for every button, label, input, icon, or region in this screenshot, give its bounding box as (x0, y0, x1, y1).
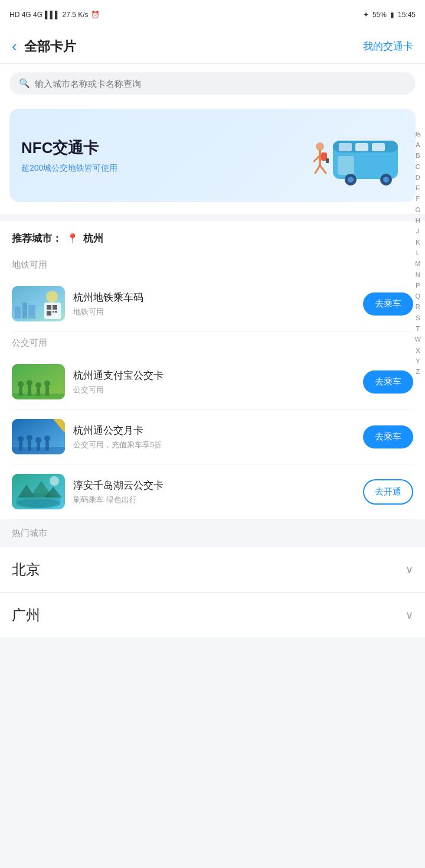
alpha-Z[interactable]: Z (414, 367, 421, 376)
svg-point-7 (348, 177, 354, 183)
city-name-beijing: 北京 (12, 560, 40, 579)
svg-rect-27 (47, 311, 51, 316)
back-icon: ‹ (12, 37, 17, 56)
alpha-hot[interactable]: 热 (413, 130, 423, 139)
svg-point-50 (35, 437, 41, 443)
nfc-banner-text: NFC交通卡 超200城公交地铁皆可使用 (21, 138, 117, 174)
list-item: 淳安千岛湖云公交卡 刷码乘车 绿色出行 去开通 (12, 464, 413, 519)
city-section: 推荐城市： 📍 杭州 地铁可用 (0, 221, 425, 519)
alpha-W[interactable]: W (413, 334, 423, 344)
card-info: 杭州地铁乘车码 地铁可用 (73, 291, 355, 317)
location-icon: 📍 (67, 233, 79, 244)
card-thumbnail-lake (12, 474, 65, 509)
card-desc: 公交可用 (73, 385, 355, 395)
list-item: 杭州地铁乘车码 地铁可用 去乘车 (12, 277, 413, 331)
svg-rect-3 (355, 143, 368, 151)
list-item: 杭州通支付宝公交卡 公交可用 去乘车 (12, 355, 413, 409)
activate-button-lake[interactable]: 去开通 (363, 479, 413, 505)
nfc-banner-subtitle: 超200城公交地铁皆可使用 (21, 163, 117, 174)
alpha-N[interactable]: N (414, 270, 422, 279)
card-desc: 地铁可用 (73, 307, 355, 317)
svg-point-57 (16, 499, 61, 508)
city-name-guangzhou: 广州 (12, 606, 40, 625)
svg-rect-43 (12, 394, 65, 399)
alpha-G[interactable]: G (414, 205, 423, 214)
time-display: 15:45 (398, 11, 416, 19)
svg-rect-22 (28, 305, 35, 318)
clock-icon: ⏰ (91, 11, 100, 19)
alpha-J[interactable]: J (414, 226, 421, 236)
card-name: 杭州地铁乘车码 (73, 291, 355, 304)
city-expand-beijing[interactable]: 北京 ∨ (0, 547, 425, 593)
network-indicator: HD 4G 4G (9, 11, 42, 19)
search-input[interactable] (35, 79, 406, 89)
alpha-T[interactable]: T (414, 324, 421, 333)
svg-line-16 (320, 165, 326, 173)
alpha-M[interactable]: M (413, 259, 422, 268)
card-info: 杭州通公交月卡 公交可用，充值乘车享5折 (73, 424, 355, 450)
svg-rect-25 (47, 305, 51, 310)
svg-rect-20 (15, 307, 21, 318)
alpha-Y[interactable]: Y (414, 356, 421, 366)
recommended-city-header: 推荐城市： 📍 杭州 (12, 232, 413, 245)
alpha-Q[interactable]: Q (414, 291, 423, 301)
nav-bar: ‹ 全部卡片 我的交通卡 (0, 30, 425, 64)
signal-bars: ▌▌▌ (45, 11, 60, 19)
list-item: 杭州通公交月卡 公交可用，充值乘车享5折 去乘车 (12, 409, 413, 464)
card-name: 杭州通公交月卡 (73, 424, 355, 437)
svg-rect-54 (12, 447, 65, 454)
svg-rect-4 (372, 143, 385, 151)
alpha-P[interactable]: P (414, 281, 421, 290)
my-transit-card-link[interactable]: 我的交通卡 (363, 40, 413, 53)
alpha-E[interactable]: E (414, 183, 421, 193)
card-desc: 刷码乘车 绿色出行 (73, 495, 355, 505)
svg-point-52 (44, 435, 50, 441)
card-name: 淳安千岛湖云公交卡 (73, 479, 355, 492)
status-bar: HD 4G 4G ▌▌▌ 27.5 K/s ⏰ ✦ 55% ▮ 15:45 (0, 0, 425, 30)
svg-point-36 (27, 380, 32, 386)
alpha-B[interactable]: B (414, 151, 421, 160)
category-bus-label: 公交可用 (12, 331, 413, 355)
ride-button-bus1[interactable]: 去乘车 (363, 370, 413, 394)
alpha-K[interactable]: K (414, 238, 421, 247)
card-thumbnail-bus1 (12, 364, 65, 399)
chevron-down-icon: ∨ (406, 563, 413, 576)
svg-line-15 (315, 165, 320, 173)
alpha-R[interactable]: R (414, 302, 422, 311)
alpha-X[interactable]: X (414, 346, 421, 355)
back-button[interactable]: ‹ (12, 37, 17, 56)
status-left: HD 4G 4G ▌▌▌ 27.5 K/s ⏰ (9, 11, 100, 19)
card-thumbnail-metro (12, 286, 65, 321)
bluetooth-icon: ✦ (363, 11, 369, 19)
alpha-S[interactable]: S (414, 313, 421, 323)
page-title: 全部卡片 (24, 38, 363, 56)
alpha-L[interactable]: L (414, 248, 421, 258)
alpha-index[interactable]: 热 A B C D E F G H J K L M N P Q R S T W … (413, 130, 423, 377)
city-expand-guangzhou[interactable]: 广州 ∨ (0, 593, 425, 638)
search-box[interactable]: 🔍 (9, 72, 416, 95)
svg-point-33 (18, 381, 24, 387)
nfc-banner-title: NFC交通卡 (21, 138, 117, 158)
alpha-D[interactable]: D (414, 173, 422, 182)
ride-button-metro[interactable]: 去乘车 (363, 292, 413, 316)
section-divider (0, 214, 425, 221)
nfc-banner-section: NFC交通卡 超200城公交地铁皆可使用 (0, 103, 425, 214)
svg-point-61 (50, 476, 59, 486)
card-info: 淳安千岛湖云公交卡 刷码乘车 绿色出行 (73, 479, 355, 505)
city-name: 杭州 (83, 232, 103, 245)
nfc-banner[interactable]: NFC交通卡 超200城公交地铁皆可使用 (9, 109, 416, 202)
alpha-F[interactable]: F (414, 194, 421, 203)
card-thumbnail-bus2 (12, 419, 65, 454)
card-info: 杭州通支付宝公交卡 公交可用 (73, 369, 355, 395)
svg-point-9 (383, 177, 389, 183)
search-icon: 🔍 (19, 78, 30, 89)
ride-button-bus2[interactable]: 去乘车 (363, 425, 413, 448)
svg-rect-18 (326, 158, 329, 163)
chevron-down-icon: ∨ (406, 609, 413, 622)
alpha-A[interactable]: A (414, 140, 421, 149)
battery-icon: ▮ (390, 11, 394, 19)
svg-point-23 (46, 291, 58, 303)
alpha-H[interactable]: H (414, 216, 422, 225)
card-name: 杭州通支付宝公交卡 (73, 369, 355, 382)
alpha-C[interactable]: C (414, 162, 422, 171)
